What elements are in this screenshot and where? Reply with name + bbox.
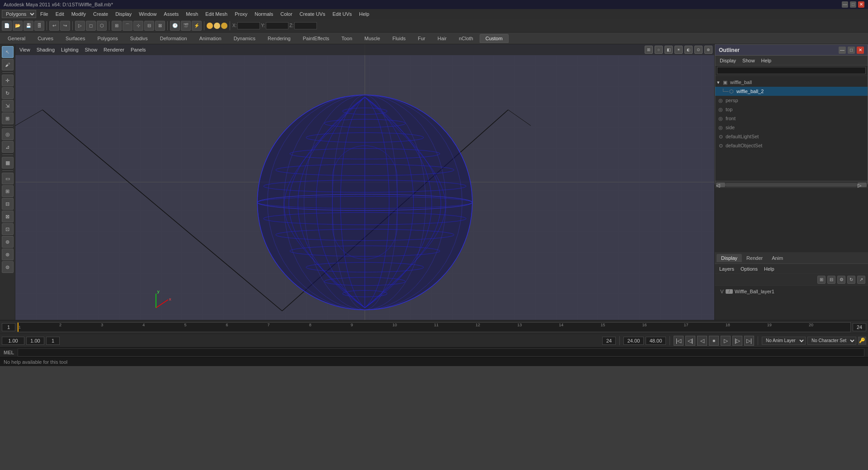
tab-fluids[interactable]: Fluids bbox=[387, 34, 411, 43]
menu-create[interactable]: Create bbox=[90, 10, 111, 18]
menu-display[interactable]: Display bbox=[112, 10, 135, 18]
vp-menu-panels[interactable]: Panels bbox=[128, 46, 148, 53]
layer-tab-anim[interactable]: Anim bbox=[767, 254, 788, 262]
outliner-item-default-light-set[interactable]: ⊙ defaultLightSet bbox=[715, 132, 868, 141]
open-file-btn[interactable]: 📂 bbox=[13, 21, 23, 31]
outliner-menu-display[interactable]: Display bbox=[717, 57, 739, 64]
undo-btn[interactable]: ↩ bbox=[49, 21, 59, 31]
poly-layer-7[interactable]: ⊛ bbox=[2, 249, 14, 260]
menu-edit-uvs[interactable]: Edit UVs bbox=[329, 10, 355, 18]
tab-subdivs[interactable]: Subdivs bbox=[124, 34, 154, 43]
layer-del-btn[interactable]: ⊟ bbox=[827, 276, 835, 284]
poly-layer-3[interactable]: ⊟ bbox=[2, 198, 14, 210]
vp-wire-btn[interactable]: ⊞ bbox=[645, 46, 653, 54]
play-back-btn[interactable]: ◁ bbox=[697, 336, 707, 346]
vp-shadows-btn[interactable]: ◐ bbox=[684, 46, 693, 54]
tab-dynamics[interactable]: Dynamics bbox=[228, 34, 261, 43]
paint-sel-btn[interactable]: ⬡ bbox=[97, 21, 107, 31]
playback-range-end[interactable] bbox=[646, 337, 666, 345]
go-start-btn[interactable]: |◁ bbox=[674, 336, 684, 346]
mel-input[interactable] bbox=[18, 348, 864, 357]
outliner-search[interactable] bbox=[717, 67, 866, 74]
layer-menu-options[interactable]: Options bbox=[738, 265, 760, 273]
character-set-select[interactable]: No Character Set bbox=[807, 337, 856, 345]
select-tool[interactable]: ↖ bbox=[2, 46, 14, 58]
tab-general[interactable]: General bbox=[2, 34, 31, 43]
vp-menu-renderer[interactable]: Renderer bbox=[101, 46, 127, 53]
y-field[interactable] bbox=[266, 22, 288, 29]
snap-grid-btn[interactable]: ⊞ bbox=[112, 21, 122, 31]
mode-selector[interactable]: Polygons bbox=[2, 10, 36, 18]
render-region[interactable]: ▦ bbox=[2, 157, 14, 169]
ipr-btn[interactable]: ⚡ bbox=[192, 21, 202, 31]
timeline-start-frame[interactable] bbox=[2, 323, 15, 331]
menu-mesh[interactable]: Mesh bbox=[183, 10, 201, 18]
poly-layer-2[interactable]: ⊞ bbox=[2, 185, 14, 197]
outliner-maximize-btn[interactable]: □ bbox=[848, 47, 855, 54]
render-btn[interactable]: 🎬 bbox=[181, 21, 191, 31]
outliner-item-top[interactable]: ◎ top bbox=[715, 105, 868, 114]
menu-assets[interactable]: Assets bbox=[160, 10, 182, 18]
anim-layer-select[interactable]: No Anim Layer bbox=[762, 337, 806, 345]
go-end-btn[interactable]: ▷| bbox=[744, 336, 754, 346]
outliner-scroll-track[interactable] bbox=[725, 183, 858, 187]
tab-painteffects[interactable]: PaintEffects bbox=[297, 34, 335, 43]
redo-btn[interactable]: ↪ bbox=[60, 21, 70, 31]
menu-normals[interactable]: Normals bbox=[251, 10, 276, 18]
outliner-menu-help[interactable]: Help bbox=[759, 57, 774, 64]
outliner-menu-show[interactable]: Show bbox=[740, 57, 758, 64]
z-field[interactable] bbox=[294, 22, 317, 29]
layer-refresh-btn[interactable]: ↻ bbox=[847, 276, 855, 284]
scale-tool[interactable]: ⇲ bbox=[2, 100, 14, 112]
outliner-scroll-left-btn[interactable]: ◁ bbox=[716, 183, 725, 187]
playback-range-start[interactable] bbox=[623, 337, 644, 345]
outliner-item-front[interactable]: ◎ front bbox=[715, 114, 868, 123]
menu-file[interactable]: File bbox=[37, 10, 52, 18]
outliner-scroll-right-btn[interactable]: ▷ bbox=[858, 183, 867, 187]
save-file-btn[interactable]: 💾 bbox=[24, 21, 33, 31]
maximize-button[interactable]: □ bbox=[850, 1, 856, 8]
snap-view-btn[interactable]: ⊠ bbox=[155, 21, 165, 31]
tab-animation[interactable]: Animation bbox=[193, 34, 227, 43]
menu-modify[interactable]: Modify bbox=[68, 10, 89, 18]
tab-curves[interactable]: Curves bbox=[32, 34, 59, 43]
snap-curve-btn[interactable]: ⌒ bbox=[123, 21, 132, 31]
menu-help[interactable]: Help bbox=[356, 10, 373, 18]
step-fwd-btn[interactable]: |▷ bbox=[732, 336, 742, 346]
rotate-tool[interactable]: ↻ bbox=[2, 87, 14, 99]
vp-menu-show[interactable]: Show bbox=[83, 46, 100, 53]
timeline-track[interactable]: 1 2 3 4 5 6 7 8 9 10 11 12 13 14 15 16 1… bbox=[17, 322, 851, 332]
outliner-item-default-object-set[interactable]: ⊙ defaultObjectSet bbox=[715, 141, 868, 150]
minimize-button[interactable]: — bbox=[842, 1, 848, 8]
lasso-btn[interactable]: ◻ bbox=[86, 21, 96, 31]
tab-muscle[interactable]: Muscle bbox=[359, 34, 386, 43]
transform-tool[interactable]: ⊞ bbox=[2, 113, 14, 124]
step-back-btn[interactable]: ◁| bbox=[685, 336, 695, 346]
vp-xray-btn[interactable]: ⊙ bbox=[694, 46, 703, 54]
layer-export-btn[interactable]: ↗ bbox=[857, 276, 865, 284]
poly-layer-4[interactable]: ⊠ bbox=[2, 211, 14, 222]
tab-fur[interactable]: Fur bbox=[412, 34, 431, 43]
tab-custom[interactable]: Custom bbox=[480, 34, 509, 43]
frame-inc-field[interactable] bbox=[46, 337, 60, 345]
close-button[interactable]: ✕ bbox=[858, 1, 864, 8]
outliner-item-wiffle-ball-2[interactable]: └─ ⬡ wiffle_ball_2 bbox=[715, 87, 868, 96]
move-tool[interactable]: ✛ bbox=[2, 75, 14, 86]
vp-menu-lighting[interactable]: Lighting bbox=[59, 46, 81, 53]
color-btn-orange[interactable] bbox=[221, 23, 227, 29]
timeline-end-frame[interactable] bbox=[853, 323, 866, 331]
layer-row-1[interactable]: V / Wiffle_Ball_layer1 bbox=[717, 287, 866, 296]
vp-menu-shading[interactable]: Shading bbox=[34, 46, 57, 53]
layer-menu-help[interactable]: Help bbox=[761, 265, 777, 273]
outliner-close-btn[interactable]: ✕ bbox=[857, 47, 864, 54]
layer-tab-render[interactable]: Render bbox=[742, 254, 767, 262]
frame-step-field[interactable] bbox=[26, 337, 44, 345]
vp-textured-btn[interactable]: ◧ bbox=[665, 46, 673, 54]
outliner-item-side[interactable]: ◎ side bbox=[715, 123, 868, 132]
select-mode-btn[interactable]: ▷ bbox=[75, 21, 85, 31]
playback-end-field[interactable] bbox=[602, 337, 616, 345]
layer-options-btn[interactable]: ⚙ bbox=[837, 276, 845, 284]
color-btn-yellow[interactable] bbox=[214, 23, 220, 29]
menu-color[interactable]: Color bbox=[277, 10, 295, 18]
play-fwd-btn[interactable]: ▷ bbox=[721, 336, 731, 346]
